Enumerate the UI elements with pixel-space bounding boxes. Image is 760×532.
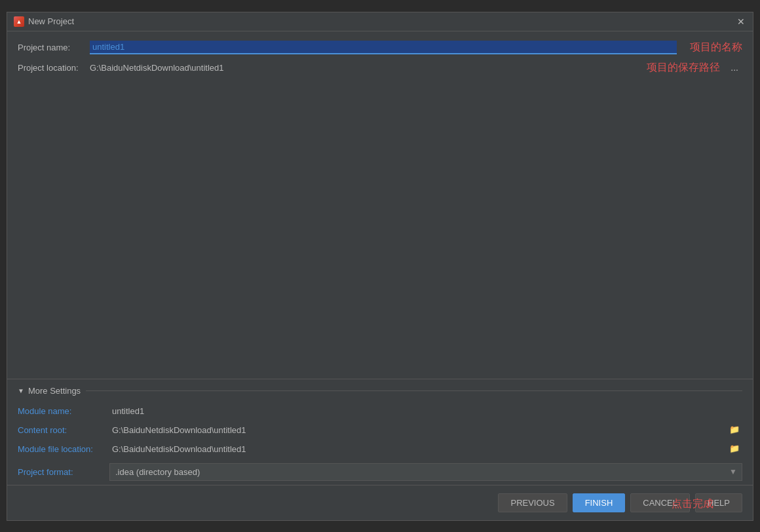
main-content: Project name: 项目的名称 Project location: G:… <box>7 31 753 379</box>
app-icon: ▲ <box>14 16 24 27</box>
project-format-label: Project format: <box>18 465 109 480</box>
previous-button[interactable]: PREVIOUS <box>498 493 567 512</box>
title-bar: ▲ New Project ✕ <box>7 12 753 31</box>
project-name-row: Project name: 项目的名称 <box>18 41 742 54</box>
section-divider <box>86 390 742 391</box>
project-name-input[interactable] <box>90 41 677 54</box>
content-root-value: G:\BaiduNetdiskDownload\untitled1 <box>109 423 724 438</box>
finish-button[interactable]: FINISH <box>573 493 626 512</box>
module-file-location-browse[interactable]: 📁 <box>724 442 742 457</box>
more-settings-label: More Settings <box>28 386 81 396</box>
project-name-label: Project name: <box>18 43 90 52</box>
finish-annotation: 点击完成 <box>672 497 713 511</box>
button-bar: 点击完成 PREVIOUS FINISH CANCEL HELP <box>7 485 753 520</box>
more-settings-section: ▼ More Settings Module name: untitled1 C… <box>7 379 753 485</box>
project-format-select[interactable]: .idea (directory based) .ipr (file based… <box>109 463 742 481</box>
module-file-location-label: Module file location: <box>18 442 109 457</box>
project-format-row: Project format: .idea (directory based) … <box>18 463 742 485</box>
content-root-browse[interactable]: 📁 <box>724 423 742 438</box>
collapse-triangle-icon: ▼ <box>18 387 24 394</box>
dialog-title: New Project <box>28 16 732 26</box>
folder-icon-2[interactable]: 📁 <box>729 444 742 454</box>
project-location-row: Project location: G:\BaiduNetdiskDownloa… <box>18 61 742 75</box>
close-button[interactable]: ✕ <box>736 16 746 27</box>
folder-icon[interactable]: 📁 <box>729 425 742 435</box>
module-file-location-value: G:\BaiduNetdiskDownload\untitled1 <box>109 442 724 457</box>
project-location-value: G:\BaiduNetdiskDownload\untitled1 <box>90 63 634 73</box>
settings-grid: Module name: untitled1 Content root: G:\… <box>18 404 742 463</box>
project-location-label: Project location: <box>18 63 90 73</box>
module-name-label: Module name: <box>18 404 109 419</box>
more-settings-toggle[interactable]: ▼ More Settings <box>18 386 742 396</box>
new-project-dialog: ▲ New Project ✕ Project name: 项目的名称 Proj… <box>7 12 753 521</box>
empty-space <box>18 81 742 370</box>
project-name-annotation: 项目的名称 <box>690 41 742 54</box>
project-path-annotation: 项目的保存路径 <box>647 61 720 75</box>
module-name-value: untitled1 <box>109 404 724 419</box>
content-root-label: Content root: <box>18 423 109 438</box>
project-format-select-wrapper: .idea (directory based) .ipr (file based… <box>109 463 742 481</box>
module-name-browse-placeholder <box>724 404 742 419</box>
browse-location-button[interactable]: ... <box>727 61 742 74</box>
